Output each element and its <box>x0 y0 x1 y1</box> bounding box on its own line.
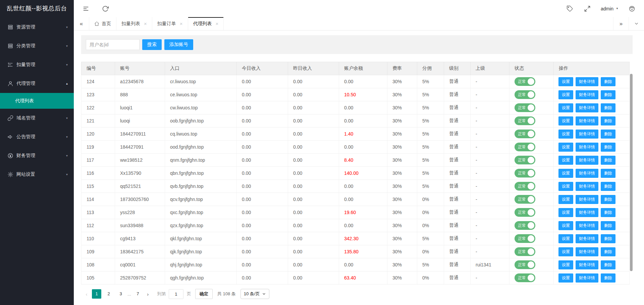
delete-button[interactable]: 删除 <box>601 90 615 99</box>
settings-button[interactable]: 设置 <box>558 195 573 204</box>
settings-button[interactable]: 设置 <box>558 103 573 112</box>
sidebar-item-announcement[interactable]: 公告管理▼ <box>0 128 74 146</box>
finance-detail-button[interactable]: 财务详情 <box>576 103 598 112</box>
settings-button[interactable]: 设置 <box>558 234 573 243</box>
status-toggle[interactable]: 正常 <box>515 273 535 282</box>
finance-detail-button[interactable]: 财务详情 <box>576 234 598 243</box>
status-toggle[interactable]: 正常 <box>515 221 535 230</box>
tab-deduction-orders[interactable]: 扣量订单× <box>152 17 188 30</box>
sidebar-item-site-settings[interactable]: 网站设置▼ <box>0 165 74 184</box>
status-toggle[interactable]: 正常 <box>515 260 535 269</box>
confirm-button[interactable]: 确定 <box>195 289 213 299</box>
delete-button[interactable]: 删除 <box>601 260 615 269</box>
finance-detail-button[interactable]: 财务详情 <box>576 208 598 217</box>
finance-detail-button[interactable]: 财务详情 <box>576 156 598 165</box>
delete-button[interactable]: 删除 <box>601 195 615 204</box>
finance-detail-button[interactable]: 财务详情 <box>576 169 598 178</box>
settings-button[interactable]: 设置 <box>558 247 573 256</box>
settings-button[interactable]: 设置 <box>558 260 573 269</box>
status-toggle[interactable]: 正常 <box>515 77 535 86</box>
search-input[interactable] <box>86 39 140 50</box>
delete-button[interactable]: 删除 <box>601 208 615 217</box>
status-toggle[interactable]: 正常 <box>515 143 535 151</box>
delete-button[interactable]: 删除 <box>601 247 615 256</box>
delete-button[interactable]: 删除 <box>601 130 615 139</box>
add-account-button[interactable]: 添加账号 <box>164 39 193 50</box>
finance-detail-button[interactable]: 财务详情 <box>576 260 598 269</box>
delete-button[interactable]: 删除 <box>601 116 615 125</box>
close-tab-icon[interactable]: × <box>180 21 183 26</box>
finance-detail-button[interactable]: 财务详情 <box>576 247 598 256</box>
prev-page-button[interactable]: ‹ <box>83 291 91 297</box>
settings-button[interactable]: 设置 <box>558 143 573 152</box>
collapse-sidebar-icon[interactable] <box>83 5 89 12</box>
settings-button[interactable]: 设置 <box>558 130 573 139</box>
settings-button[interactable]: 设置 <box>558 90 573 99</box>
tab-home[interactable]: 首页 <box>89 17 116 30</box>
settings-button[interactable]: 设置 <box>558 208 573 217</box>
goto-page-input[interactable] <box>169 289 183 299</box>
table-scrollbar-thumb[interactable] <box>630 74 633 271</box>
search-button[interactable]: 搜索 <box>142 39 162 50</box>
delete-button[interactable]: 删除 <box>601 103 615 112</box>
finance-detail-button[interactable]: 财务详情 <box>576 182 598 191</box>
finance-detail-button[interactable]: 财务详情 <box>576 143 598 152</box>
status-toggle[interactable]: 正常 <box>515 208 535 217</box>
page-size-select[interactable]: 10 条/页 <box>240 289 270 299</box>
close-tab-icon[interactable]: × <box>216 21 219 26</box>
status-toggle[interactable]: 正常 <box>515 182 535 191</box>
sidebar-subitem-agent-list[interactable]: 代理列表 <box>0 93 74 109</box>
user-menu[interactable]: admin ▼ <box>601 6 619 11</box>
finance-detail-button[interactable]: 财务详情 <box>576 77 598 86</box>
settings-button[interactable]: 设置 <box>558 77 573 86</box>
sidebar-item-resource[interactable]: 资源管理▼ <box>0 18 74 37</box>
delete-button[interactable]: 删除 <box>601 273 615 283</box>
tab-agent-list[interactable]: 代理列表× <box>188 17 224 30</box>
delete-button[interactable]: 删除 <box>601 182 615 191</box>
sidebar-item-deduction[interactable]: 扣量管理▼ <box>0 55 74 74</box>
sidebar-item-domain[interactable]: 域名管理▼ <box>0 109 74 128</box>
tabs-scroll-left-button[interactable]: « <box>74 17 89 30</box>
delete-button[interactable]: 删除 <box>601 169 615 178</box>
next-page-button[interactable]: › <box>144 291 152 297</box>
status-toggle[interactable]: 正常 <box>515 90 535 99</box>
tag-icon[interactable] <box>567 5 573 12</box>
tabs-scroll-right-button[interactable]: » <box>613 17 629 30</box>
settings-button[interactable]: 设置 <box>558 156 573 165</box>
status-toggle[interactable]: 正常 <box>515 103 535 112</box>
settings-button[interactable]: 设置 <box>558 169 573 178</box>
status-toggle[interactable]: 正常 <box>515 234 535 243</box>
settings-button[interactable]: 设置 <box>558 182 573 191</box>
page-number-button[interactable]: 2 <box>104 289 113 299</box>
finance-detail-button[interactable]: 财务详情 <box>576 273 598 283</box>
status-toggle[interactable]: 正常 <box>515 169 535 177</box>
tabs-menu-button[interactable] <box>629 17 644 30</box>
delete-button[interactable]: 删除 <box>601 234 615 243</box>
settings-button[interactable]: 设置 <box>558 116 573 125</box>
status-toggle[interactable]: 正常 <box>515 130 535 138</box>
finance-detail-button[interactable]: 财务详情 <box>576 90 598 99</box>
delete-button[interactable]: 删除 <box>601 143 615 152</box>
delete-button[interactable]: 删除 <box>601 156 615 165</box>
settings-button[interactable]: 设置 <box>558 221 573 230</box>
settings-button[interactable]: 设置 <box>558 273 573 283</box>
finance-detail-button[interactable]: 财务详情 <box>576 195 598 204</box>
close-tab-icon[interactable]: × <box>144 21 147 26</box>
delete-button[interactable]: 删除 <box>601 77 615 86</box>
fullscreen-icon[interactable] <box>584 5 591 12</box>
status-toggle[interactable]: 正常 <box>515 116 535 125</box>
status-toggle[interactable]: 正常 <box>515 247 535 256</box>
page-number-button[interactable]: 3 <box>116 289 125 299</box>
tab-deduction-list[interactable]: 扣量列表× <box>116 17 152 30</box>
finance-detail-button[interactable]: 财务详情 <box>576 116 598 125</box>
page-number-button[interactable]: 1 <box>92 289 101 299</box>
finance-detail-button[interactable]: 财务详情 <box>576 130 598 139</box>
page-number-button[interactable]: 7 <box>133 289 143 299</box>
finance-detail-button[interactable]: 财务详情 <box>576 221 598 230</box>
sidebar-item-category[interactable]: 分类管理▼ <box>0 37 74 55</box>
sidebar-item-finance[interactable]: 财务管理▼ <box>0 146 74 165</box>
status-toggle[interactable]: 正常 <box>515 156 535 164</box>
refresh-icon[interactable] <box>102 5 109 12</box>
sidebar-item-agent[interactable]: 代理管理▲ <box>0 74 74 93</box>
status-toggle[interactable]: 正常 <box>515 195 535 204</box>
